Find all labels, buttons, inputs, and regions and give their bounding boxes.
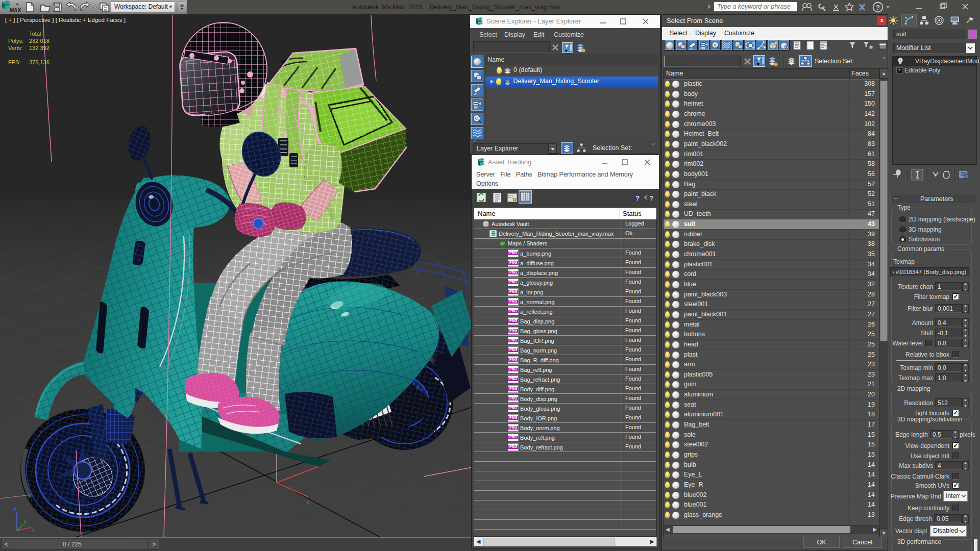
svg-text:?: ?: [649, 194, 653, 202]
svg-text:MAX: MAX: [10, 8, 21, 13]
svg-text:?: ?: [635, 194, 640, 202]
svg-text:z: z: [14, 507, 16, 512]
svg-text:x: x: [306, 499, 309, 505]
svg-text:y: y: [24, 519, 27, 524]
svg-text:x: x: [32, 527, 34, 533]
svg-text:?: ?: [876, 4, 880, 11]
